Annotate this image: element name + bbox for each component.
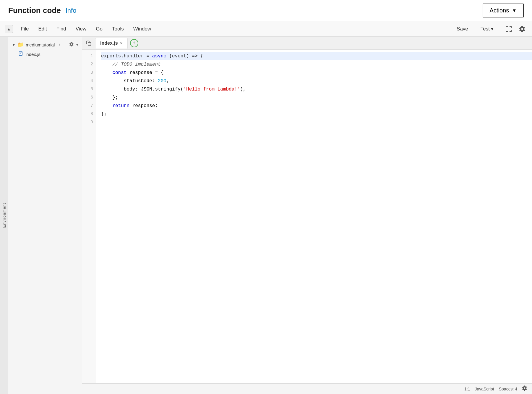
line-num-7: 7 [82,102,96,110]
file-icon [18,51,23,57]
folder-icon: 📁 [17,41,24,48]
code-editor[interactable]: 1 2 3 4 5 6 7 8 9 exports.handler = asyn… [82,50,532,383]
code-line-8: }; [101,110,532,118]
code-line-1: exports.handler = async (event) => { [101,52,532,60]
code-line-6: }; [101,93,532,102]
code-line-5: body: JSON.stringify('Hello from Lambda!… [101,85,532,93]
line-num-6: 6 [82,93,96,102]
save-button[interactable]: Save [451,24,474,34]
line-num-8: 8 [82,110,96,118]
test-dropdown-icon: ▾ [491,26,494,32]
actions-chevron-icon: ▼ [512,8,517,13]
file-name: index.js [25,52,40,57]
line-num-1: 1 [82,52,96,60]
menu-view[interactable]: View [72,24,91,34]
folder-name: mediumtutorial [26,42,55,47]
code-line-3: const response = { [101,69,532,77]
page-title: Function code [8,6,61,15]
folder-settings-icon[interactable] [69,42,74,48]
menu-window[interactable]: Window [129,24,155,34]
status-settings-icon[interactable] [522,385,527,392]
fullscreen-button[interactable] [504,24,514,34]
folder-caret-icon: ▼ [12,43,16,47]
menu-edit[interactable]: Edit [34,24,51,34]
test-button[interactable]: Test ▾ [476,24,498,34]
language-label: JavaScript [475,387,494,391]
settings-button[interactable] [517,24,527,34]
actions-label: Actions [490,7,509,14]
menu-tools[interactable]: Tools [108,24,128,34]
code-line-4: statusCode: 200, [101,77,532,85]
folder-row[interactable]: ▼ 📁 mediumtutorial - / ▾ [8,40,82,50]
menu-right: Save Test ▾ [451,24,498,34]
line-numbers: 1 2 3 4 5 6 7 8 9 [82,50,96,383]
file-tree: ▼ 📁 mediumtutorial - / ▾ index.js [8,37,82,394]
editor-area: index.js × + 1 2 3 4 5 6 7 8 9 exports.h… [82,37,532,394]
tab-close-icon[interactable]: × [120,41,123,46]
collapse-button[interactable]: ▲ [5,25,13,33]
menu-go[interactable]: Go [92,24,107,34]
main-content: Environment ▼ 📁 mediumtutorial - / ▾ [0,37,532,394]
collapse-icon: ▲ [7,27,11,31]
line-num-9: 9 [82,118,96,127]
line-num-4: 4 [82,77,96,85]
line-num-2: 2 [82,60,96,69]
info-link[interactable]: Info [66,7,77,14]
tab-add-button[interactable]: + [130,39,138,47]
code-line-2: // TODO implement [101,60,532,69]
menu-file[interactable]: File [17,24,33,34]
code-line-9 [101,118,532,127]
tabs-bar: index.js × + [82,37,532,50]
tab-indexjs[interactable]: index.js × [95,38,128,49]
svg-rect-1 [88,42,91,45]
menu-find[interactable]: Find [52,24,70,34]
cursor-position: 1:1 [464,387,470,391]
header-left: Function code Info [8,6,76,15]
code-line-7: return response; [101,102,532,110]
folder-slash: - / [56,42,60,47]
environment-label: Environment [0,37,8,394]
line-num-5: 5 [82,85,96,93]
code-content[interactable]: exports.handler = async (event) => { // … [96,50,532,383]
copy-tab-icon[interactable] [83,38,94,49]
actions-button[interactable]: Actions ▼ [483,4,524,17]
file-row-indexjs[interactable]: index.js [8,50,82,59]
tab-label: index.js [100,41,118,46]
line-num-3: 3 [82,69,96,77]
top-header: Function code Info Actions ▼ [0,0,532,21]
menu-icons [504,24,527,34]
spaces-label: Spaces: 4 [499,387,517,391]
menu-bar: ▲ File Edit Find View Go Tools Window Sa… [0,21,532,37]
test-label: Test [481,26,490,32]
folder-dropdown-icon: ▾ [76,43,78,47]
status-bar: 1:1 JavaScript Spaces: 4 [82,383,532,394]
